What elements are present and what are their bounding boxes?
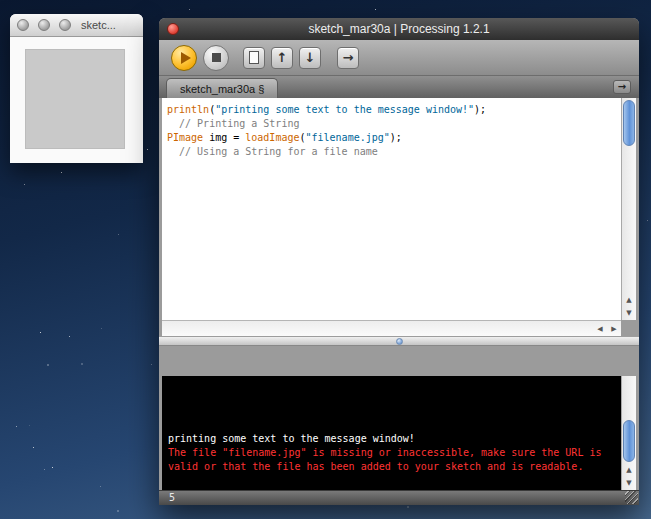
star — [101, 328, 102, 329]
editor-scroll-arrows: ▲ ▼ — [622, 293, 636, 319]
code-line: PImage img = loadImage("filename.jpg"); — [167, 131, 621, 145]
console-line: valid or that the file has been added to… — [168, 460, 601, 474]
minimize-button[interactable] — [38, 19, 50, 31]
editor-vertical-scrollbar[interactable]: ▲ ▼ — [621, 98, 636, 320]
star — [189, 9, 190, 10]
ide-window-title: sketch_mar30a | Processing 1.2.1 — [308, 22, 489, 36]
sketch-output-window: sketc... — [10, 14, 143, 163]
message-area — [159, 346, 639, 376]
console-output: printing some text to the message window… — [168, 432, 601, 474]
sketch-window-titlebar[interactable]: sketc... — [10, 14, 143, 37]
ide-close-button[interactable] — [167, 23, 179, 35]
splitter[interactable] — [159, 336, 639, 346]
star — [147, 149, 148, 150]
console-scroll-down-button[interactable]: ▼ — [622, 476, 636, 489]
star — [44, 469, 45, 470]
code-line: // Using a String for a file name — [167, 145, 621, 159]
sketch-window-title: sketc... — [81, 19, 116, 31]
star — [118, 234, 119, 235]
new-button[interactable] — [243, 47, 265, 69]
star — [100, 486, 101, 487]
tab-bar: sketch_mar30a § → — [159, 76, 639, 98]
scroll-left-button[interactable]: ◀ — [593, 321, 607, 336]
console-scrollbar-thumb[interactable] — [623, 420, 635, 462]
right-arrow-icon: → — [618, 82, 626, 92]
scroll-right-button[interactable]: ▶ — [607, 321, 621, 336]
console-line: The file "filename.jpg" is missing or in… — [168, 446, 601, 460]
star — [29, 425, 30, 426]
zoom-button[interactable] — [59, 19, 71, 31]
console-scroll-arrows: ▲ ▼ — [622, 463, 636, 489]
console-scroll-up-button[interactable]: ▲ — [622, 463, 636, 476]
star — [375, 9, 376, 10]
sketch-window-body — [10, 37, 143, 163]
star — [52, 467, 53, 468]
console: printing some text to the message window… — [162, 376, 621, 490]
export-right-arrow-icon: → — [343, 51, 354, 64]
ide-window: sketch_mar30a | Processing 1.2.1 ↑↓→ ske… — [159, 18, 639, 505]
line-number: 5 — [169, 492, 175, 503]
star — [81, 363, 83, 365]
star — [151, 364, 152, 365]
star — [407, 506, 409, 508]
status-bar: 5 — [159, 490, 639, 505]
tab-sketch[interactable]: sketch_mar30a § — [166, 78, 278, 98]
open-button[interactable]: ↑ — [271, 47, 293, 69]
console-line: printing some text to the message window… — [168, 432, 601, 446]
code-line: // Printing a String — [167, 117, 621, 131]
open-up-arrow-icon: ↑ — [277, 51, 288, 64]
tab-menu-button[interactable]: → — [613, 80, 631, 94]
code-lines: println("printing some text to the messa… — [162, 98, 621, 159]
toolbar: ↑↓→ — [159, 40, 639, 76]
new-sketch-icon — [249, 51, 259, 64]
star — [69, 336, 70, 337]
scroll-down-button[interactable]: ▼ — [622, 306, 636, 319]
stop-button[interactable] — [203, 45, 229, 71]
close-button[interactable] — [17, 19, 29, 31]
star — [16, 426, 17, 427]
play-icon — [181, 52, 191, 64]
run-button[interactable] — [171, 45, 197, 71]
star — [40, 332, 41, 333]
star — [47, 364, 49, 366]
editor-scrollbar-thumb[interactable] — [623, 100, 635, 146]
resize-grip[interactable] — [625, 491, 638, 504]
console-vertical-scrollbar[interactable]: ▲ ▼ — [621, 376, 636, 490]
editor-horizontal-scrollbar[interactable]: ◀ ▶ — [162, 320, 621, 336]
splitter-dimple-icon — [396, 338, 403, 345]
star — [24, 184, 25, 185]
stop-icon — [212, 53, 221, 62]
code-line: println("printing some text to the messa… — [167, 103, 621, 117]
scroll-up-button[interactable]: ▲ — [622, 293, 636, 306]
code-editor[interactable]: println("printing some text to the messa… — [162, 98, 621, 320]
save-button[interactable]: ↓ — [299, 47, 321, 69]
star — [117, 510, 119, 512]
desktop-background: sketc... sketch_mar30a | Processing 1.2.… — [0, 0, 651, 519]
star — [33, 447, 34, 448]
horizontal-scroll-arrows: ◀ ▶ — [593, 321, 621, 336]
tab-label: sketch_mar30a § — [180, 83, 264, 95]
star — [61, 172, 62, 173]
save-down-arrow-icon: ↓ — [305, 51, 316, 64]
ide-titlebar[interactable]: sketch_mar30a | Processing 1.2.1 — [159, 18, 639, 40]
export-button[interactable]: → — [337, 47, 359, 69]
star — [647, 220, 648, 221]
sketch-canvas — [25, 49, 125, 149]
